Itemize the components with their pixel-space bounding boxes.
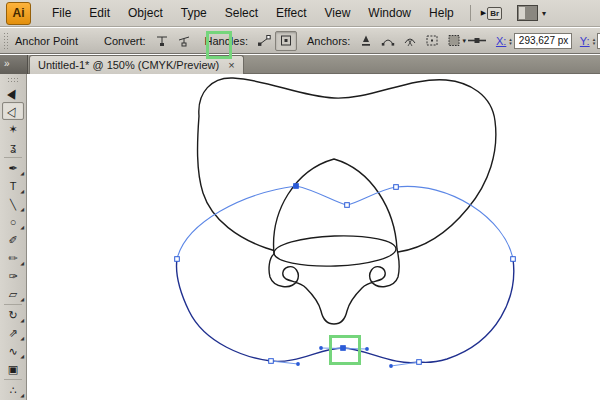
anchor-point[interactable]: [511, 257, 516, 262]
anchor-point[interactable]: [394, 185, 399, 190]
anchor-point[interactable]: [345, 203, 350, 208]
handle-endpoint[interactable]: [389, 364, 393, 368]
anchor-point-selected[interactable]: [294, 184, 299, 189]
anchor-point[interactable]: [175, 257, 180, 262]
illustrator-window: Ai FileEditObjectTypeSelectEffectViewWin…: [0, 0, 600, 400]
anchor-point[interactable]: [417, 360, 422, 365]
highlight-box-anchor-point: [329, 335, 361, 365]
handle-endpoint[interactable]: [319, 346, 323, 350]
handle-endpoint[interactable]: [296, 362, 300, 366]
artwork-layer: [0, 0, 600, 400]
handle-endpoint[interactable]: [365, 347, 369, 351]
anchor-point[interactable]: [269, 359, 274, 364]
highlight-box-handles-button: [206, 31, 232, 59]
